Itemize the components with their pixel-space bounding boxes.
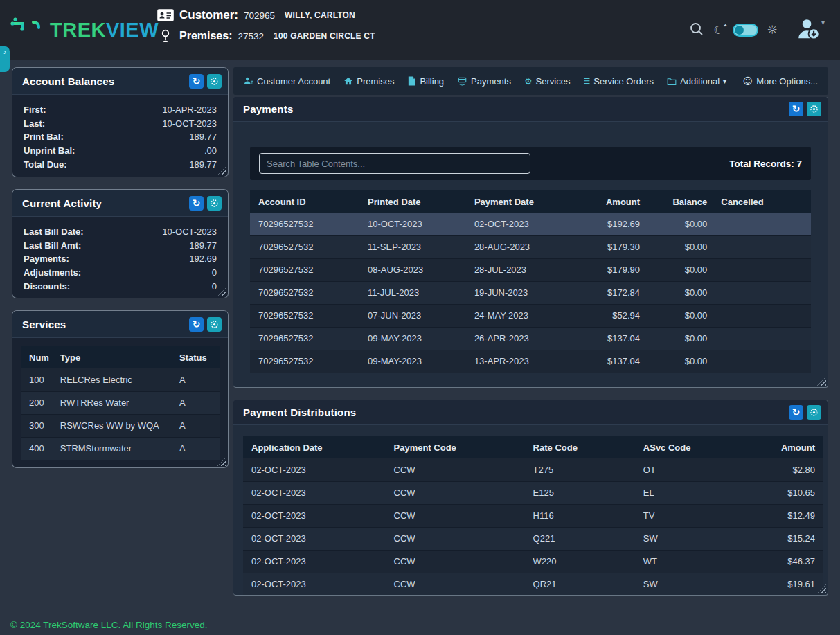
- table-cell: $12.49: [736, 504, 823, 527]
- refresh-icon[interactable]: [189, 317, 204, 332]
- field-row: First:10-APR-2023: [24, 103, 217, 117]
- total-records: Total Records: 7: [729, 159, 802, 169]
- table-cell: $10.65: [736, 481, 823, 504]
- nav-label: Service Orders: [593, 76, 654, 87]
- nav-item-services[interactable]: Services: [524, 76, 571, 87]
- nav-item-premises[interactable]: Premises: [343, 76, 394, 87]
- nav-item-payments[interactable]: Payments: [457, 76, 511, 87]
- table-row[interactable]: 7029652753211-SEP-202328-AUG-2023$179.30…: [250, 235, 811, 258]
- table-cell: SW: [638, 573, 736, 596]
- main-content: Customer Account Premises Billing Paymen…: [233, 67, 828, 596]
- refresh-icon[interactable]: [189, 196, 204, 211]
- table-cell: T275: [528, 458, 638, 481]
- folder-icon: [667, 77, 677, 86]
- search-icon[interactable]: [689, 21, 704, 39]
- column-header[interactable]: Num: [21, 346, 55, 368]
- column-header[interactable]: Amount: [592, 190, 648, 213]
- theme-toggle[interactable]: [733, 24, 758, 37]
- table-row[interactable]: 7029652753209-MAY-202326-APR-2023$137.04…: [250, 327, 811, 350]
- table-cell: 02-OCT-2023: [243, 550, 388, 573]
- column-header[interactable]: Payment Date: [469, 190, 592, 213]
- sidebar: Account Balances First:10-APR-2023Last:1…: [12, 67, 229, 468]
- refresh-icon[interactable]: [789, 405, 803, 420]
- column-header[interactable]: Printed Date: [362, 190, 469, 213]
- table-cell: 02-OCT-2023: [243, 573, 388, 596]
- table-cell: $15.24: [736, 527, 823, 550]
- field-label: Unprint Bal:: [24, 145, 75, 156]
- table-row[interactable]: 02-OCT-2023CCWH116TV$12.49: [243, 504, 823, 527]
- table-cell: [715, 327, 811, 350]
- table-cell: CCW: [388, 481, 528, 504]
- search-input[interactable]: [259, 153, 530, 174]
- table-cell: $0.00: [648, 304, 715, 327]
- payments-table-wrap: Account IDPrinted DatePayment DateAmount…: [250, 190, 811, 373]
- column-header[interactable]: Payment Code: [388, 436, 528, 458]
- table-row[interactable]: 7029652753211-JUL-202319-JUN-2023$172.84…: [250, 281, 811, 304]
- user-menu[interactable]: [796, 17, 825, 44]
- table-row[interactable]: 7029652753209-MAY-202313-APR-2023$137.04…: [250, 350, 811, 373]
- table-row[interactable]: 200RWTRRes WaterA: [21, 391, 220, 414]
- settings-gear-icon[interactable]: [207, 74, 222, 89]
- refresh-icon[interactable]: [189, 74, 204, 89]
- nav-item-billing[interactable]: Billing: [407, 76, 444, 87]
- nav-item-more-options[interactable]: More Options...: [743, 76, 818, 87]
- column-header[interactable]: Cancelled: [715, 190, 811, 213]
- field-row: Last Bill Amt:189.77: [24, 239, 217, 253]
- column-header[interactable]: Balance: [648, 190, 715, 213]
- table-row[interactable]: 100RELCRes ElectricA: [21, 368, 220, 391]
- table-cell: $0.00: [648, 258, 715, 281]
- panel-title: Payments: [243, 103, 785, 115]
- field-row: Print Bal:189.77: [24, 130, 217, 144]
- column-header[interactable]: Amount: [736, 436, 823, 458]
- table-row[interactable]: 7029652753210-OCT-202302-OCT-2023$192.69…: [250, 213, 811, 235]
- resize-handle[interactable]: [817, 377, 826, 386]
- table-row[interactable]: 02-OCT-2023CCWE125EL$10.65: [243, 481, 823, 504]
- table-cell: 200: [21, 391, 55, 414]
- customer-premises-block: Customer: 702965 WILLY, CARLTON Premises…: [157, 6, 375, 48]
- sidebar-expand-tab[interactable]: [0, 46, 10, 72]
- table-row[interactable]: 7029652753208-AUG-202328-JUL-2023$179.90…: [250, 258, 811, 281]
- field-label: First:: [24, 105, 46, 115]
- table-cell: RELCRes Electric: [55, 368, 174, 391]
- settings-gear-icon[interactable]: [807, 405, 821, 420]
- payments-body: Total Records: 7 Account IDPrinted DateP…: [233, 122, 828, 373]
- field-row: Last Bill Date:10-OCT-2023: [24, 225, 217, 239]
- table-row[interactable]: 02-OCT-2023CCWW220WT$46.37: [243, 550, 823, 573]
- settings-gear-icon[interactable]: [207, 317, 222, 332]
- table-row[interactable]: 7029652753207-JUN-202324-MAY-2023$52.94$…: [250, 304, 811, 327]
- panel-header: Payments: [233, 97, 828, 122]
- table-cell: A: [174, 437, 220, 460]
- column-header[interactable]: Type: [55, 346, 174, 368]
- table-row[interactable]: 02-OCT-2023CCWT275OT$2.80: [243, 458, 823, 481]
- logo[interactable]: TREKVIEW: [0, 10, 159, 51]
- table-cell: $137.04: [592, 350, 648, 373]
- column-header[interactable]: Rate Code: [528, 436, 638, 458]
- nav-item-customer-account[interactable]: Customer Account: [244, 76, 330, 87]
- nav-label: Billing: [420, 76, 444, 87]
- column-header[interactable]: Application Date: [243, 436, 388, 458]
- table-cell: 26-APR-2023: [469, 327, 592, 350]
- column-header[interactable]: Account ID: [250, 190, 362, 213]
- table-row[interactable]: 400STRMStormwaterA: [21, 437, 220, 460]
- field-label: Last Bill Date:: [24, 226, 84, 237]
- column-header[interactable]: Status: [174, 346, 220, 368]
- field-label: Last:: [24, 118, 45, 129]
- table-cell: [715, 350, 811, 373]
- nav-item-additional[interactable]: Additional: [667, 76, 726, 87]
- premises-line: Premises: 27532 100 GARDEN CIRCLE CT: [157, 27, 375, 45]
- settings-gear-icon[interactable]: [207, 196, 222, 211]
- table-row[interactable]: 02-OCT-2023CCWQ221SW$15.24: [243, 527, 823, 550]
- settings-gear-icon[interactable]: [807, 102, 821, 116]
- refresh-icon[interactable]: [789, 102, 803, 116]
- table-cell: 400: [21, 437, 55, 460]
- table-row[interactable]: 02-OCT-2023CCWQR21SW$19.61: [243, 573, 823, 596]
- nav-item-service-orders[interactable]: Service Orders: [583, 76, 654, 87]
- table-cell: 19-JUN-2023: [469, 281, 592, 304]
- field-value: 189.77: [189, 159, 217, 170]
- panel-title: Payment Distributions: [243, 406, 785, 418]
- table-cell: 02-OCT-2023: [243, 527, 388, 550]
- column-header[interactable]: ASvc Code: [638, 436, 736, 458]
- table-header-row: NumTypeStatus: [21, 346, 220, 368]
- field-value: 189.77: [189, 132, 217, 142]
- table-row[interactable]: 300RSWCRes WW by WQAA: [21, 414, 220, 437]
